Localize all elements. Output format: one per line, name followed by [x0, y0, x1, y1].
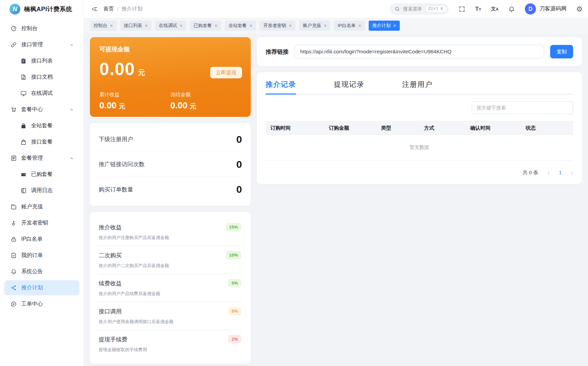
column-header: 确认时间	[465, 125, 521, 131]
close-icon[interactable]: ×	[215, 23, 217, 28]
menu-search-button[interactable]: 搜索菜单 Ctrl K	[390, 3, 449, 15]
notifications-bell-icon[interactable]	[508, 6, 515, 12]
commission-title: 提现手续费	[99, 336, 242, 343]
rate-badge: 5%	[228, 307, 241, 315]
sidebar-item-api-list[interactable]: 接口列表	[4, 53, 79, 69]
sidebar-item-api-management[interactable]: 接口管理	[4, 37, 79, 52]
stat-row: 推广链接访问次数 0	[99, 152, 242, 177]
total-earnings-label: 累计收益	[99, 92, 170, 98]
close-icon[interactable]: ×	[393, 23, 396, 28]
sidebar-item-label: 工单中心	[21, 300, 43, 308]
frozen-amount-value: 0.00	[170, 100, 188, 110]
sidebar-item-package-management[interactable]: 套餐管理	[4, 151, 79, 166]
keyword-search-input[interactable]	[472, 101, 573, 114]
sidebar-item-label: 已购套餐	[31, 171, 53, 178]
records-table: 订购时间 订购金额 类型 方式 确认时间 状态 暂无数据	[266, 121, 573, 160]
collapse-sidebar-icon[interactable]	[91, 6, 98, 12]
commission-description: 推介的用户注册购买产品后返佣金额	[99, 235, 242, 241]
topbar: 首页 / 推介计划 搜索菜单 Ctrl K TT 文A D 刀客源码网 ⚙	[84, 0, 588, 18]
commission-item: 接口调用 推介用户使用余额调用接口后返佣金额 5%	[99, 302, 242, 330]
tab-chip-console[interactable]: 控制台×	[90, 21, 117, 31]
column-header: 类型	[376, 125, 419, 131]
prev-page-icon[interactable]: ‹	[547, 169, 550, 176]
search-shortcut-badge: Ctrl K	[425, 6, 446, 12]
sidebar-item-call-logs[interactable]: 调用日志	[4, 183, 79, 198]
close-icon[interactable]: ×	[145, 23, 148, 28]
commission-title: 续费收益	[99, 280, 242, 287]
app-logo-row: N 楠枫API计费系统	[0, 0, 83, 18]
tab-chip-site-packages[interactable]: 全站套餐×	[225, 21, 256, 31]
chat-icon	[10, 301, 17, 307]
settings-gear-icon[interactable]: ⚙	[576, 5, 583, 12]
tab-chip-online-debug[interactable]: 在线调试×	[155, 21, 186, 31]
sidebar-item-developer-key[interactable]: 开发者密钥	[4, 215, 79, 231]
close-icon[interactable]: ×	[289, 23, 292, 28]
tab-registered-users[interactable]: 注册用户	[402, 80, 433, 95]
rate-badge: 10%	[226, 251, 241, 259]
tab-chip-api-list[interactable]: 接口列表×	[120, 21, 151, 31]
tab-chip-developer-key[interactable]: 开发者密钥×	[260, 21, 295, 31]
close-icon[interactable]: ×	[110, 23, 113, 28]
commission-description: 推介的用户产品续费后返佣金额	[99, 291, 242, 297]
stat-label: 下级注册用户	[99, 135, 133, 143]
cart-icon	[10, 106, 17, 113]
sidebar-item-console[interactable]: 控制台	[4, 21, 79, 36]
page-number[interactable]: 1	[559, 169, 562, 176]
key-icon	[10, 220, 17, 226]
commission-description: 推介用户使用余额调用接口后返佣金额	[99, 319, 242, 325]
referral-link-input[interactable]	[295, 45, 544, 58]
sidebar-item-purchased-packages[interactable]: 已购套餐	[4, 167, 79, 182]
translate-icon[interactable]: 文A	[491, 6, 498, 12]
document-icon	[20, 74, 27, 80]
next-page-icon[interactable]: ›	[571, 169, 573, 176]
close-icon[interactable]: ×	[180, 23, 182, 28]
sidebar-item-label: 控制台	[21, 25, 38, 32]
chevron-up-icon[interactable]	[69, 43, 74, 47]
user-menu[interactable]: D 刀客源码网	[525, 3, 566, 15]
stat-value: 0	[236, 134, 242, 145]
sidebar-menu: 控制台 接口管理 接口列表 接口文档 在线调试 套餐中心 全站套餐	[0, 18, 83, 315]
tab-chip-referral-program[interactable]: 推介计划×	[369, 21, 400, 31]
tab-chip-account-recharge[interactable]: 账户充值×	[299, 21, 330, 31]
sidebar-item-online-debug[interactable]: 在线调试	[4, 86, 79, 101]
sidebar-item-site-packages[interactable]: 全站套餐	[4, 118, 79, 133]
sidebar-item-my-orders[interactable]: 我的订单	[4, 248, 79, 263]
tab-chip-ip-whitelist[interactable]: IP白名单×	[334, 21, 365, 31]
rate-badge: 15%	[226, 223, 241, 231]
tab-chip-purchased-packages[interactable]: 已购套餐×	[190, 21, 221, 31]
sidebar-item-ip-whitelist[interactable]: IP白名单	[4, 232, 79, 247]
sidebar-item-system-announcements[interactable]: 系统公告	[4, 264, 79, 279]
tab-referral-records[interactable]: 推介记录	[266, 80, 296, 95]
withdraw-now-button[interactable]: 立即提现	[210, 67, 242, 78]
chevron-up-icon[interactable]	[69, 107, 74, 112]
stat-label: 推广链接访问次数	[99, 160, 145, 168]
table-header-row: 订购时间 订购金额 类型 方式 确认时间 状态	[266, 121, 573, 135]
sidebar-item-label: 系统公告	[21, 268, 43, 275]
sidebar-item-label: 接口管理	[21, 41, 43, 48]
close-icon[interactable]: ×	[249, 23, 252, 28]
close-icon[interactable]: ×	[359, 23, 361, 28]
rate-badge: 2%	[228, 335, 241, 343]
records-card: 推介记录 提现记录 注册用户 订购时间 订购金额 类型 方式 确认时间 状态	[257, 72, 582, 184]
breadcrumb-home[interactable]: 首页	[103, 5, 114, 12]
copy-button[interactable]: 复制	[550, 45, 573, 58]
share-icon	[10, 285, 17, 291]
records-tabs: 推介记录 提现记录 注册用户	[266, 80, 573, 95]
sidebar-item-account-recharge[interactable]: 账户充值	[4, 199, 79, 214]
ticket-icon	[20, 171, 27, 178]
close-icon[interactable]: ×	[324, 23, 326, 28]
commission-item: 二次购买 推介的用户二次购买产品后返佣金额 10%	[99, 246, 242, 274]
sidebar: N 楠枫API计费系统 控制台 接口管理 接口列表 接口文档 在线调试 套餐中心	[0, 0, 84, 366]
tab-withdrawal-records[interactable]: 提现记录	[334, 80, 364, 95]
sidebar-item-label: 我的订单	[21, 252, 43, 259]
sidebar-item-api-docs[interactable]: 接口文档	[4, 70, 79, 85]
sidebar-item-package-center[interactable]: 套餐中心	[4, 102, 79, 117]
breadcrumb: 首页 / 推介计划	[103, 5, 142, 12]
sidebar-item-referral-program[interactable]: 推介计划	[4, 280, 79, 295]
font-size-icon[interactable]: TT	[475, 6, 481, 12]
chevron-up-icon[interactable]	[69, 156, 74, 161]
currency-unit: 元	[119, 103, 125, 110]
sidebar-item-ticket-center[interactable]: 工单中心	[4, 296, 79, 312]
fullscreen-icon[interactable]	[459, 6, 465, 12]
sidebar-item-api-packages[interactable]: 接口套餐	[4, 134, 79, 150]
